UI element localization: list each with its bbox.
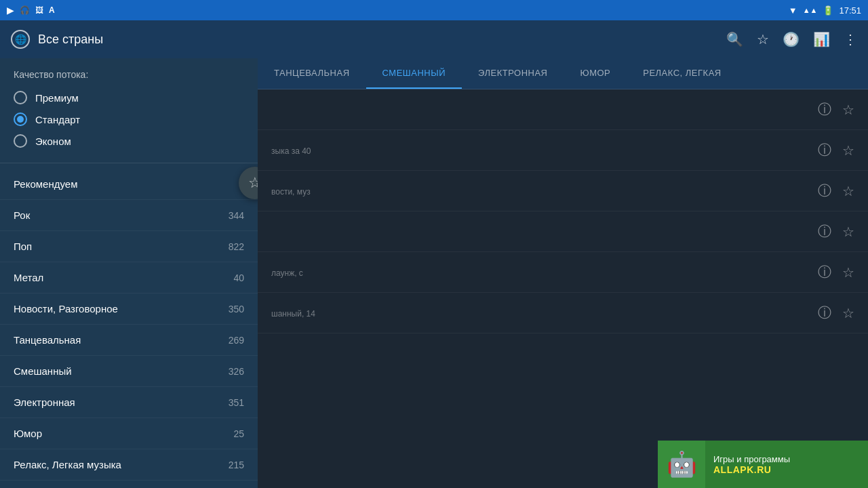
fab-star-icon: ☆ (248, 174, 258, 192)
genre-item-news[interactable]: Новости, Разговорное 350 (0, 293, 258, 325)
radio-premium[interactable]: Премиум (14, 87, 244, 108)
genre-count-rok: 344 (229, 210, 244, 221)
radio-standard[interactable]: Стандарт (14, 108, 244, 130)
radio-premium-circle (14, 91, 27, 104)
genre-name-rekomend: Рекомендуем (14, 178, 77, 190)
app-bar-right: 🔍 ☆ 🕐 📊 ⋮ (269, 31, 857, 47)
station-info-1 (271, 109, 818, 110)
banner-text: Игры и программы ALLAPK.RU (705, 449, 798, 481)
station-item-3[interactable]: вости, муз ⓘ ☆ (258, 171, 868, 211)
genre-item-relax[interactable]: Релакс, Легкая музыка 215 (0, 449, 258, 481)
info-icon-6[interactable]: ⓘ (818, 304, 831, 322)
station-info-6: шанный, 14 (271, 308, 818, 319)
image-icon: 🖼 (35, 5, 43, 15)
genre-count-humor: 25 (233, 428, 244, 439)
genre-count-dance: 269 (229, 335, 244, 346)
info-icon-5[interactable]: ⓘ (818, 263, 831, 281)
status-bar-left: ▶ 🎧 🖼 A (7, 5, 55, 16)
station-desc-6: шанный, 14 (271, 309, 818, 319)
station-item-6[interactable]: шанный, 14 ⓘ ☆ (258, 293, 868, 333)
station-item-5[interactable]: лаунж, с ⓘ ☆ (258, 252, 868, 293)
tab-dance[interactable]: ТАНЦЕВАЛЬНАЯ (258, 58, 366, 89)
genre-count-electronic: 351 (229, 397, 244, 408)
station-actions-6: ⓘ ☆ (818, 304, 854, 322)
main-layout: Качество потока: Премиум Стандарт Эконом… (0, 58, 868, 488)
play-icon: ▶ (7, 5, 14, 16)
sidebar: Качество потока: Премиум Стандарт Эконом… (0, 58, 258, 488)
station-item-2[interactable]: зыка за 40 ⓘ ☆ (258, 130, 868, 171)
tabs-bar: ТАНЦЕВАЛЬНАЯ СМЕШАННЫЙ ЭЛЕКТРОННАЯ ЮМОР … (258, 58, 868, 89)
station-actions-2: ⓘ ☆ (818, 141, 854, 159)
genre-name-rok: Рок (14, 209, 30, 221)
search-icon[interactable]: 🔍 (726, 31, 743, 47)
banner-title: Игры и программы (713, 454, 790, 464)
star-icon-3[interactable]: ☆ (842, 183, 854, 199)
genre-item-humor[interactable]: Юмор 25 (0, 418, 258, 449)
info-icon-3[interactable]: ⓘ (818, 182, 831, 200)
clock-display: 17:51 (839, 5, 861, 16)
station-desc-3: вости, муз (271, 187, 818, 197)
genre-name-relax: Релакс, Легкая музыка (14, 459, 121, 470)
chart-icon[interactable]: 📊 (813, 31, 830, 47)
tab-electronic[interactable]: ЭЛЕКТРОННАЯ (462, 58, 564, 89)
star-icon-5[interactable]: ☆ (842, 264, 854, 281)
banner-icon: 🤖 (658, 441, 705, 488)
radio-econom-circle (14, 134, 27, 148)
tab-relax[interactable]: РЕЛАКС, ЛЕГКАЯ (627, 58, 737, 89)
banner-url: ALLAPK.RU (713, 464, 790, 475)
station-item-4[interactable]: ⓘ ☆ (258, 211, 868, 252)
genre-name-pop: Поп (14, 241, 32, 252)
genre-item-rok[interactable]: Рок 344 (0, 200, 258, 231)
station-actions-3: ⓘ ☆ (818, 182, 854, 200)
more-icon[interactable]: ⋮ (844, 31, 857, 47)
battery-icon: 🔋 (823, 5, 833, 16)
a-icon: A (49, 5, 55, 15)
status-bar: ▶ 🎧 🖼 A ▼ ▲▲ 🔋 17:51 (0, 0, 868, 20)
tab-mixed[interactable]: СМЕШАННЫЙ (366, 58, 462, 89)
app-bar-title: Все страны (38, 33, 103, 47)
genre-name-humor: Юмор (14, 428, 42, 439)
station-info-4 (271, 231, 818, 232)
station-info-3: вости, муз (271, 186, 818, 197)
genre-item-dance[interactable]: Танцевальная 269 (0, 325, 258, 356)
star-icon-4[interactable]: ☆ (842, 224, 854, 240)
app-bar-left: 🌐 Все страны (11, 30, 269, 49)
star-icon-2[interactable]: ☆ (842, 142, 854, 159)
station-item-1[interactable]: ⓘ ☆ (258, 89, 868, 130)
radio-econom[interactable]: Эконом (14, 130, 244, 152)
genre-name-news: Новости, Разговорное (14, 303, 118, 314)
station-desc-2: зыка за 40 (271, 146, 818, 156)
globe-icon: 🌐 (11, 30, 30, 49)
genre-item-mixed[interactable]: Смешанный 326 (0, 356, 258, 387)
genre-item-pop[interactable]: Поп 822 (0, 231, 258, 262)
stream-quality-section: Качество потока: Премиум Стандарт Эконом (0, 58, 258, 163)
station-actions-5: ⓘ ☆ (818, 263, 854, 281)
star-icon-6[interactable]: ☆ (842, 305, 854, 321)
genre-count-news: 350 (229, 304, 244, 314)
history-icon[interactable]: 🕐 (783, 31, 800, 47)
genre-name-metal: Метал (14, 272, 43, 283)
genre-item-rekomend[interactable]: Рекомендуем 8 (0, 169, 258, 200)
content-area: ТАНЦЕВАЛЬНАЯ СМЕШАННЫЙ ЭЛЕКТРОННАЯ ЮМОР … (258, 58, 868, 488)
info-icon-4[interactable]: ⓘ (818, 222, 831, 241)
genre-count-mixed: 326 (229, 366, 244, 377)
station-list: ⓘ ☆ зыка за 40 ⓘ ☆ вости, муз (258, 89, 868, 488)
tab-humor[interactable]: ЮМОР (564, 58, 627, 89)
genre-item-metal[interactable]: Метал 40 (0, 262, 258, 293)
banner[interactable]: 🤖 Игры и программы ALLAPK.RU (658, 441, 868, 488)
genre-name-electronic: Электронная (14, 396, 75, 408)
genre-count-metal: 40 (233, 272, 244, 283)
station-actions-1: ⓘ ☆ (818, 100, 854, 119)
info-icon-2[interactable]: ⓘ (818, 141, 831, 159)
star-icon-1[interactable]: ☆ (842, 102, 854, 118)
genre-count-relax: 215 (229, 460, 244, 470)
station-info-5: лаунж, с (271, 267, 818, 278)
genre-item-electronic[interactable]: Электронная 351 (0, 387, 258, 418)
favorites-icon[interactable]: ☆ (757, 31, 769, 47)
headphones-icon: 🎧 (20, 5, 30, 15)
info-icon-1[interactable]: ⓘ (818, 100, 831, 119)
radio-econom-label: Эконом (35, 136, 71, 147)
station-info-2: зыка за 40 (271, 145, 818, 156)
station-actions-4: ⓘ ☆ (818, 222, 854, 241)
radio-standard-circle (14, 113, 27, 126)
